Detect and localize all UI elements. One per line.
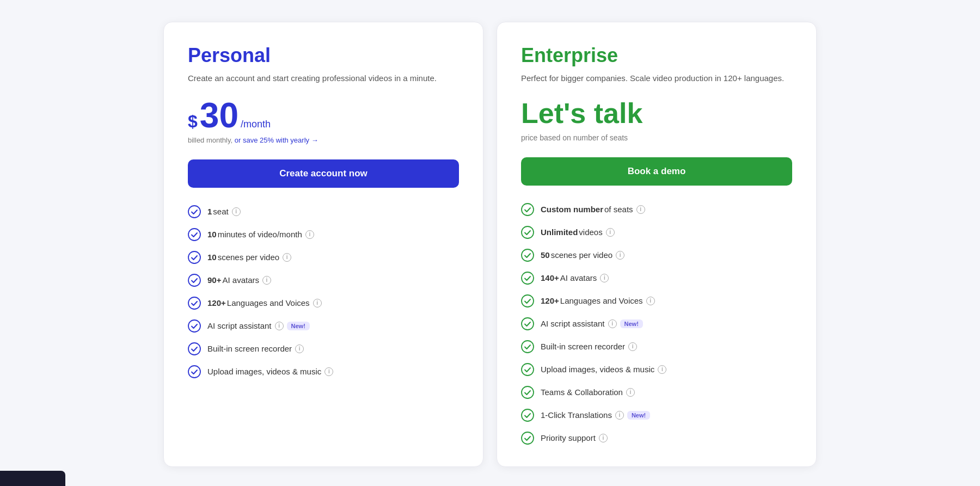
list-item: Upload images, videos & music i (521, 363, 792, 376)
list-item: 1 seat i (188, 205, 459, 218)
feature-text: 1 seat i (207, 207, 241, 216)
personal-price-dollar: $ (188, 112, 198, 132)
list-item: 10 scenes per video i (188, 251, 459, 264)
info-icon[interactable]: i (262, 276, 271, 285)
svg-point-12 (522, 295, 534, 307)
svg-point-2 (188, 251, 200, 263)
info-icon[interactable]: i (313, 299, 322, 307)
list-item: 90+ AI avatars i (188, 274, 459, 287)
info-icon[interactable]: i (275, 322, 284, 330)
book-demo-button[interactable]: Book a demo (521, 157, 792, 186)
svg-point-14 (522, 341, 534, 353)
check-icon (521, 226, 534, 239)
personal-price-period: /month (241, 119, 271, 130)
enterprise-title: Enterprise (521, 44, 792, 67)
personal-price-row: $ 30 /month (188, 98, 459, 133)
info-icon[interactable]: i (658, 365, 666, 374)
list-item: Built-in screen recorder i (188, 342, 459, 355)
info-icon[interactable]: i (616, 251, 624, 260)
check-icon (188, 297, 201, 310)
svg-point-16 (522, 386, 534, 398)
check-icon (188, 342, 201, 355)
svg-point-10 (522, 249, 534, 261)
info-icon[interactable]: i (283, 253, 291, 262)
svg-point-6 (188, 343, 200, 355)
list-item: Upload images, videos & music i (188, 365, 459, 378)
check-icon (521, 409, 534, 422)
check-icon (188, 274, 201, 287)
info-icon[interactable]: i (615, 411, 624, 420)
feature-text: 10 scenes per video i (207, 253, 291, 262)
info-icon[interactable]: i (295, 344, 304, 353)
check-icon (521, 294, 534, 307)
feature-text: Upload images, videos & music i (541, 365, 666, 374)
personal-description: Create an account and start creating pro… (188, 72, 459, 85)
feature-text: Built-in screen recorder i (541, 342, 637, 351)
list-item: Priority support i (521, 432, 792, 445)
feature-text: AI script assistant i New! (541, 319, 643, 328)
check-icon (188, 205, 201, 218)
personal-price-note: billed monthly, or save 25% with yearly … (188, 136, 459, 144)
feature-text: 1-Click Translations i New! (541, 410, 650, 420)
svg-point-13 (522, 318, 534, 330)
feature-text: Built-in screen recorder i (207, 344, 304, 353)
create-account-button[interactable]: Create account now (188, 159, 459, 188)
feature-text: Custom number of seats i (541, 205, 645, 214)
info-icon[interactable]: i (646, 297, 655, 305)
feature-text: Priority support i (541, 433, 608, 442)
feature-text: Unlimited videos i (541, 227, 615, 237)
svg-point-15 (522, 364, 534, 376)
check-icon (521, 386, 534, 399)
feature-text: 140+ AI avatars i (541, 273, 609, 282)
personal-card: Personal Create an account and start cre… (163, 22, 483, 467)
info-icon[interactable]: i (628, 342, 637, 351)
svg-point-4 (188, 297, 200, 309)
info-icon[interactable]: i (600, 274, 609, 282)
personal-price-amount: 30 (200, 98, 238, 133)
info-icon[interactable]: i (324, 367, 333, 376)
feature-text: 50 scenes per video i (541, 250, 624, 260)
check-icon (521, 249, 534, 262)
list-item: Custom number of seats i (521, 203, 792, 216)
svg-point-17 (522, 409, 534, 421)
new-badge: New! (287, 322, 310, 330)
info-icon[interactable]: i (599, 434, 608, 442)
check-icon (188, 251, 201, 264)
new-badge: New! (627, 411, 650, 420)
feature-text: 10 minutes of video/month i (207, 230, 314, 239)
list-item: 140+ AI avatars i (521, 272, 792, 285)
svg-point-7 (188, 366, 200, 378)
yearly-savings-link[interactable]: or save 25% with yearly → (235, 136, 318, 144)
enterprise-card: Enterprise Perfect for bigger companies.… (497, 22, 817, 467)
new-badge: New! (620, 319, 643, 328)
check-icon (521, 317, 534, 330)
check-icon (521, 203, 534, 216)
info-icon[interactable]: i (626, 388, 635, 397)
check-icon (521, 272, 534, 285)
list-item: 50 scenes per video i (521, 249, 792, 262)
enterprise-lets-talk: Let's talk (521, 98, 792, 129)
pricing-container: Personal Create an account and start cre… (163, 11, 817, 478)
feature-text: 120+ Languages and Voices i (207, 298, 322, 307)
feature-text: Upload images, videos & music i (207, 367, 333, 376)
personal-title: Personal (188, 44, 459, 67)
svg-point-8 (522, 204, 534, 216)
check-icon (521, 432, 534, 445)
info-icon[interactable]: i (636, 205, 645, 214)
info-icon[interactable]: i (608, 319, 617, 328)
check-icon (521, 340, 534, 353)
feature-text: AI script assistant i New! (207, 321, 310, 330)
list-item: 120+ Languages and Voices i (188, 297, 459, 310)
enterprise-features-list: Custom number of seats i Unlimited video… (521, 203, 792, 445)
enterprise-description: Perfect for bigger companies. Scale vide… (521, 72, 792, 85)
info-icon[interactable]: i (606, 228, 615, 237)
svg-point-11 (522, 272, 534, 284)
info-icon[interactable]: i (305, 230, 314, 239)
svg-point-18 (522, 432, 534, 444)
list-item: Built-in screen recorder i (521, 340, 792, 353)
list-item: 10 minutes of video/month i (188, 228, 459, 241)
personal-features-list: 1 seat i 10 minutes of video/month i 10 … (188, 205, 459, 378)
svg-point-3 (188, 274, 200, 286)
info-icon[interactable]: i (232, 207, 241, 216)
list-item: AI script assistant i New! (521, 317, 792, 330)
